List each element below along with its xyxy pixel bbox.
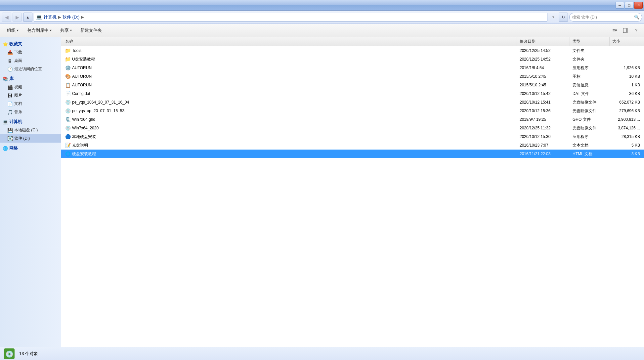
col-header-size[interactable]: 大小 xyxy=(610,37,643,46)
file-type: GHO 文件 xyxy=(573,117,591,122)
path-part-computer[interactable]: 计算机 xyxy=(44,14,57,20)
file-type: 光盘映像文件 xyxy=(573,108,596,114)
local-c-icon: 💾 xyxy=(7,128,13,133)
file-name: AUTORUN xyxy=(72,74,92,79)
file-name-cell: 💿 pe_yqs_xp_20_07_31_15_53 xyxy=(63,107,517,114)
table-row[interactable]: 🌐 硬盘安装教程 2016/11/21 22:03 HTML 文档 3 KB xyxy=(61,150,644,158)
refresh-button[interactable]: ↻ xyxy=(559,13,568,22)
path-part-drive[interactable]: 软件 (D:) xyxy=(63,14,79,20)
file-name: AUTORUN xyxy=(72,66,92,70)
table-row[interactable]: ⚙️ AUTORUN 2016/1/8 4:54 应用程序 1,926 KB xyxy=(61,64,644,72)
table-row[interactable]: 📋 AUTORUN 2015/5/10 2:45 安装信息 1 KB xyxy=(61,81,644,89)
sidebar-header-network[interactable]: 🌐 网络 xyxy=(0,144,61,153)
file-type-icon: 📁 xyxy=(65,57,70,62)
title-bar-controls: ─ □ ✕ xyxy=(616,2,643,9)
desktop-label: 桌面 xyxy=(14,58,22,64)
file-size: 28,315 KB xyxy=(622,134,640,139)
forward-button[interactable]: ▶ xyxy=(13,13,22,22)
help-button[interactable]: ? xyxy=(631,26,641,35)
sidebar-item-video[interactable]: 🎬 视频 xyxy=(0,83,61,91)
sidebar-header-computer[interactable]: 💻 计算机 xyxy=(0,117,61,126)
table-row[interactable]: 🎨 AUTORUN 2015/5/10 2:45 图标 10 KB xyxy=(61,72,644,81)
file-type-icon: 💿 xyxy=(65,100,70,105)
file-size-cell: 28,315 KB xyxy=(610,133,643,140)
file-type: 安装信息 xyxy=(573,82,588,88)
sidebar-item-local-c[interactable]: 💾 本地磁盘 (C:) xyxy=(0,126,61,134)
file-size-cell: 10 KB xyxy=(610,73,643,80)
address-dropdown-button[interactable]: ▾ xyxy=(549,13,557,22)
organize-arrow: ▾ xyxy=(17,28,19,32)
file-name-cell: 💿 pe_yqs_1064_20_07_31_16_04 xyxy=(63,99,517,106)
file-modified: 2020/10/12 15:36 xyxy=(520,109,550,113)
file-name: Win7x64.gho xyxy=(72,117,95,122)
table-row[interactable]: 📁 U盘安装教程 2020/12/25 14:52 文件夹 xyxy=(61,55,644,64)
file-modified: 2020/12/25 14:52 xyxy=(520,57,550,62)
svg-rect-0 xyxy=(623,28,626,33)
maximize-button[interactable]: □ xyxy=(625,2,633,9)
column-headers: 名称 修改日期 类型 大小 xyxy=(61,37,644,46)
sidebar-header-library[interactable]: 📚 库 xyxy=(0,74,61,83)
file-type-icon: 🗜️ xyxy=(65,117,70,122)
table-row[interactable]: 🔵 本地硬盘安装 2020/10/12 15:30 应用程序 28,315 KB xyxy=(61,132,644,141)
address-icon: 💻 xyxy=(36,14,42,20)
file-type-cell: DAT 文件 xyxy=(570,90,610,98)
svg-text:💿: 💿 xyxy=(5,350,14,358)
table-row[interactable]: 📄 Config.dat 2020/10/12 15:42 DAT 文件 36 … xyxy=(61,89,644,98)
table-row[interactable]: 📁 Tools 2020/12/25 14:52 文件夹 xyxy=(61,46,644,55)
table-row[interactable]: 💿 pe_yqs_1064_20_07_31_16_04 2020/10/12 … xyxy=(61,98,644,107)
recent-label: 最近访问的位置 xyxy=(14,66,42,72)
col-header-name[interactable]: 名称 xyxy=(63,37,517,46)
table-row[interactable]: 💿 pe_yqs_xp_20_07_31_15_53 2020/10/12 15… xyxy=(61,107,644,115)
file-name-cell: 🌐 硬盘安装教程 xyxy=(63,150,517,158)
file-modified-cell: 2020/12/25 14:52 xyxy=(517,56,570,63)
file-type-cell: HTML 文档 xyxy=(570,150,610,158)
file-modified: 2015/5/10 2:45 xyxy=(520,83,546,87)
preview-pane-button[interactable] xyxy=(621,26,630,35)
file-modified: 2016/1/8 4:54 xyxy=(520,66,544,70)
sidebar-item-desktop[interactable]: 🖥 桌面 xyxy=(0,57,61,65)
close-button[interactable]: ✕ xyxy=(634,2,643,9)
sidebar-item-pictures[interactable]: 🖼 图片 xyxy=(0,91,61,100)
col-header-type[interactable]: 类型 xyxy=(570,37,610,46)
recent-icon: 🕐 xyxy=(7,67,13,72)
sidebar-item-recent[interactable]: 🕐 最近访问的位置 xyxy=(0,65,61,73)
col-header-modified[interactable]: 修改日期 xyxy=(517,37,570,46)
share-button[interactable]: 共享 ▾ xyxy=(57,26,75,35)
file-type-icon: 📁 xyxy=(65,48,70,53)
library-label: 库 xyxy=(9,76,14,82)
downloads-label: 下载 xyxy=(14,50,22,55)
toolbar: 组织 ▾ 包含到库中 ▾ 共享 ▾ 新建文件夹 ≡▾ ? xyxy=(0,24,644,37)
new-folder-button[interactable]: 新建文件夹 xyxy=(77,26,106,35)
up-button[interactable]: ▲ xyxy=(23,13,32,22)
organize-label: 组织 xyxy=(7,27,16,33)
sidebar-section-library: 📚 库 🎬 视频 🖼 图片 📄 文档 🎵 音乐 xyxy=(0,74,61,116)
file-size: 5 KB xyxy=(631,143,640,148)
back-button[interactable]: ◀ xyxy=(2,13,11,22)
organize-button[interactable]: 组织 ▾ xyxy=(3,26,22,35)
sidebar-item-documents[interactable]: 📄 文档 xyxy=(0,100,61,108)
table-row[interactable]: 📝 光盘说明 2016/10/23 7:07 文本文档 5 KB xyxy=(61,141,644,150)
file-type-cell: 文件夹 xyxy=(570,47,610,55)
file-modified-cell: 2019/9/7 19:25 xyxy=(517,116,570,123)
file-type: HTML 文档 xyxy=(573,151,592,157)
library-icon: 📚 xyxy=(3,76,8,81)
minimize-button[interactable]: ─ xyxy=(616,2,624,9)
table-row[interactable]: 💿 Win7x64_2020 2020/12/25 11:32 光盘映像文件 3… xyxy=(61,124,644,132)
sidebar-item-music[interactable]: 🎵 音乐 xyxy=(0,108,61,116)
sidebar-header-favorites[interactable]: ⭐ 收藏夹 xyxy=(0,40,61,48)
file-type-icon: 🎨 xyxy=(65,74,70,79)
file-type-icon: 📋 xyxy=(65,82,70,88)
file-size-cell xyxy=(610,50,643,52)
pictures-icon: 🖼 xyxy=(7,93,13,98)
file-size: 36 KB xyxy=(629,91,640,96)
file-name-cell: 📋 AUTORUN xyxy=(63,81,517,89)
table-row[interactable]: 🗜️ Win7x64.gho 2019/9/7 19:25 GHO 文件 2,9… xyxy=(61,115,644,124)
file-type-cell: 光盘映像文件 xyxy=(570,124,610,132)
computer-label: 计算机 xyxy=(9,119,22,125)
include-library-button[interactable]: 包含到库中 ▾ xyxy=(23,26,55,35)
sidebar-section-network: 🌐 网络 xyxy=(0,144,61,153)
views-dropdown-button[interactable]: ≡▾ xyxy=(610,26,620,35)
sidebar-item-software-d[interactable]: 💽 软件 (D:) xyxy=(0,134,61,143)
search-input[interactable] xyxy=(569,13,642,22)
sidebar-item-downloads[interactable]: 📥 下载 xyxy=(0,48,61,57)
